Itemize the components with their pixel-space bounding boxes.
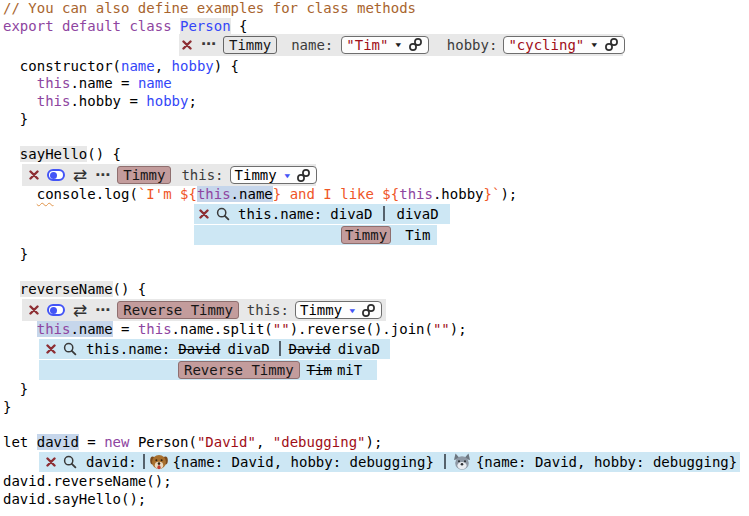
close-icon[interactable]: [182, 40, 192, 50]
line-new-person: let david = new Person("David", "debuggi…: [0, 434, 749, 452]
line-class-close: }: [0, 399, 749, 417]
close-icon[interactable]: [29, 305, 39, 315]
code-token: and I like: [281, 186, 382, 202]
close-icon[interactable]: [29, 170, 39, 180]
code-token: }: [3, 399, 11, 415]
code-token: [3, 75, 37, 91]
example-chip-timmy[interactable]: Timmy: [341, 226, 391, 244]
more-icon[interactable]: ⋯: [201, 37, 216, 52]
code-token: () {: [87, 146, 121, 162]
code-token: }: [3, 246, 28, 262]
code-token: this: [399, 186, 433, 202]
line-comment: // You can also define examples for clas…: [0, 0, 749, 18]
code-token: co: [37, 186, 54, 202]
line-reversename: reverseName() {: [0, 281, 749, 299]
reversename-overlay-values: this.name:DaviddivaDDaviddivaD: [0, 339, 749, 360]
code-token: david.reverseName();: [3, 473, 172, 489]
value-divider-2: [444, 454, 446, 469]
code-token: hobby: [146, 93, 188, 109]
magnifier-icon[interactable]: [63, 342, 77, 356]
code-token: Person(: [129, 434, 196, 450]
expression-label: this.name:: [86, 341, 170, 357]
code-token: }: [3, 111, 28, 127]
this-field-label: this:: [247, 302, 289, 318]
code-token: "David": [197, 434, 256, 450]
line-console-log: console.log(`I'm ${this.name} and I like…: [0, 186, 749, 204]
reversename-overlay-example-box: Reverse TimmyTimmiT: [39, 360, 377, 380]
code-token: ${: [180, 186, 197, 202]
code-token: david: [37, 434, 79, 450]
value-divider: [279, 341, 281, 356]
select-value: "cycling": [508, 37, 584, 53]
code-token: let: [3, 434, 37, 450]
code-token: );: [366, 434, 383, 450]
code-token: [3, 321, 37, 337]
code-token: .hobby =: [70, 93, 146, 109]
reversename-example-widget-box: ⇄⋯Reverse Timmythis:Timmy▾: [22, 299, 386, 321]
code-token: // You can also define examples for clas…: [3, 0, 416, 16]
old-value-2: David: [289, 341, 331, 357]
example-chip-reverse-timmy[interactable]: Reverse Timmy: [178, 361, 300, 379]
code-token: [3, 146, 20, 162]
link-icon: [408, 37, 423, 52]
line-blank-1: [0, 129, 749, 147]
value-after: divaD: [396, 206, 438, 222]
swap-icon[interactable]: ⇄: [73, 167, 87, 184]
code-token: ${: [382, 186, 399, 202]
line-call-reverse: david.reverseName();: [0, 473, 749, 491]
code-token: }: [484, 186, 492, 202]
example-chip-timmy[interactable]: Timmy: [223, 36, 277, 54]
this-value-select[interactable]: Timmy▾: [295, 301, 382, 319]
more-icon[interactable]: ⋯: [95, 168, 110, 183]
code-token: "": [273, 321, 290, 337]
dropdown-arrow-icon: ▾: [590, 39, 599, 50]
line-this-name: this.name = name: [0, 75, 749, 93]
example-chip-reverse-timmy[interactable]: Reverse Timmy: [117, 301, 239, 319]
code-token: "": [433, 321, 450, 337]
code-token: [3, 281, 20, 297]
code-token: reverseName: [20, 281, 113, 297]
code-token: name: [121, 58, 155, 74]
sayhello-example-widget: ⇄⋯Timmythis:Timmy▾: [0, 164, 749, 186]
reversename-overlay-values-box: this.name:DaviddivaDDaviddivaD: [39, 339, 390, 359]
value-divider: [383, 206, 385, 221]
close-icon[interactable]: [46, 344, 56, 354]
code-token: nsole.log(: [54, 186, 138, 202]
more-icon[interactable]: ⋯: [95, 303, 110, 318]
value-divider-1: [143, 454, 145, 469]
sayhello-log-overlay-values-box: this.name:divaDdivaD: [194, 204, 450, 224]
class-example-widget-box: ⋯Timmyname:"Tim"▾hobby:"cycling"▾: [179, 34, 623, 56]
code-token: ,: [155, 58, 172, 74]
code-token: name: [138, 75, 172, 91]
name-value-select[interactable]: "Tim"▾: [341, 36, 428, 54]
example-chip-timmy[interactable]: Timmy: [117, 166, 171, 184]
line-ctor-close: }: [0, 111, 749, 129]
example-value: Tim: [405, 227, 430, 243]
sayhello-log-overlay-example: TimmyTim: [0, 225, 749, 246]
value-before: divaD: [330, 206, 372, 222]
code-token: ,: [256, 434, 273, 450]
david-overlay-values-box: david:{name: David, hobby: debugging}{na…: [39, 452, 740, 472]
object-value-1: {name: David, hobby: debugging}: [173, 454, 434, 470]
close-icon[interactable]: [46, 457, 56, 467]
close-icon[interactable]: [199, 209, 209, 219]
code-token: {: [231, 18, 248, 34]
swap-icon[interactable]: ⇄: [73, 302, 87, 319]
toggle-icon[interactable]: [47, 304, 65, 316]
line-constructor: constructor(name, hobby) {: [0, 58, 749, 76]
magnifier-icon[interactable]: [63, 455, 77, 469]
line-sayhello-close: }: [0, 246, 749, 264]
select-value: Timmy: [235, 167, 277, 183]
code-token: =: [113, 321, 138, 337]
hobby-value-select[interactable]: "cycling"▾: [503, 36, 624, 54]
code-token: );: [450, 321, 467, 337]
this-value-select[interactable]: Timmy▾: [230, 166, 317, 184]
line-reverse-close: }: [0, 381, 749, 399]
magnifier-icon[interactable]: [216, 207, 230, 221]
code-token: .name: [70, 321, 112, 337]
this-field-label: this:: [181, 167, 223, 183]
code-token: }: [273, 186, 281, 202]
david-overlay-values: david:{name: David, hobby: debugging}{na…: [0, 452, 749, 473]
toggle-icon[interactable]: [47, 169, 65, 181]
link-icon: [604, 37, 619, 52]
